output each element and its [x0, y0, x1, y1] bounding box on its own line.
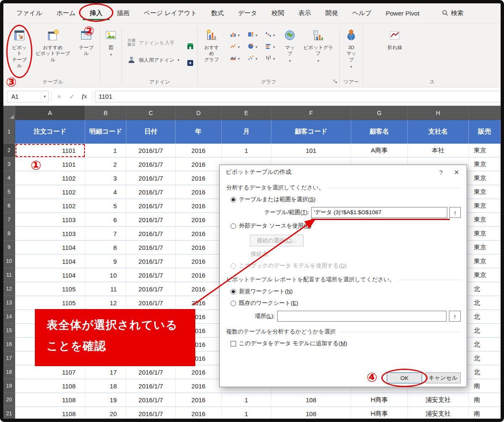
cell[interactable]: 1104: [15, 268, 85, 282]
cell[interactable]: 1105: [15, 296, 85, 310]
row-number[interactable]: 7: [3, 213, 15, 227]
cell[interactable]: 東京: [469, 185, 501, 199]
cell[interactable]: 2016/1/7: [126, 213, 176, 227]
cell[interactable]: 南: [469, 393, 501, 407]
column-header-G[interactable]: G: [351, 106, 408, 120]
cell[interactable]: 2016/1/7: [126, 185, 176, 199]
cell[interactable]: 北: [469, 310, 501, 324]
checkbox-add-to-data-model[interactable]: [231, 341, 236, 346]
select-all-corner[interactable]: [3, 106, 15, 120]
cell[interactable]: 東京: [469, 268, 501, 282]
choose-connection-button[interactable]: 接続の選択(C)...: [250, 235, 304, 246]
cell[interactable]: 2016: [176, 407, 222, 419]
cell[interactable]: 6: [85, 213, 126, 227]
cell[interactable]: 1: [222, 144, 271, 157]
3d-map-button[interactable]: 3D マップ ▾: [342, 25, 361, 78]
cell[interactable]: 2016: [176, 185, 222, 199]
enter-icon[interactable]: ✓: [67, 93, 77, 100]
cell[interactable]: 顧客コード: [271, 120, 351, 144]
cell[interactable]: 北: [469, 282, 501, 296]
cell[interactable]: 108: [271, 393, 351, 407]
treemap-chart-button[interactable]: ▾: [244, 31, 261, 39]
formula-input[interactable]: 1101: [95, 91, 501, 102]
column-chart-button[interactable]: ▾: [226, 31, 244, 39]
cell[interactable]: 1104: [15, 254, 85, 268]
insert-function-icon[interactable]: fx: [79, 93, 89, 100]
row-number[interactable]: 3: [3, 157, 15, 171]
cell[interactable]: 南: [469, 407, 501, 419]
cell[interactable]: 支社名: [408, 120, 469, 144]
column-header-B[interactable]: B: [85, 106, 126, 120]
cancel-icon[interactable]: ×: [54, 93, 64, 100]
cell[interactable]: 東京: [469, 227, 501, 241]
row-number[interactable]: 20: [3, 393, 15, 407]
cell[interactable]: 1: [85, 144, 126, 157]
pie-chart-button[interactable]: ▾: [244, 43, 261, 51]
help-button[interactable]: ?: [434, 166, 448, 178]
cell[interactable]: 5: [85, 199, 126, 213]
cell[interactable]: 1103: [15, 213, 85, 227]
cell[interactable]: 東京: [469, 144, 501, 157]
cell[interactable]: 2016/1/7: [126, 379, 176, 393]
cell[interactable]: H商事: [351, 407, 408, 419]
row-number[interactable]: 1: [3, 120, 15, 144]
column-header-partial[interactable]: [469, 106, 501, 120]
radio-existing-worksheet[interactable]: [231, 301, 236, 306]
cell[interactable]: 2016: [176, 379, 222, 393]
cell[interactable]: 北: [469, 365, 501, 379]
radio-external-source[interactable]: [231, 223, 236, 229]
cell[interactable]: 1102: [15, 171, 85, 185]
cell[interactable]: 1103: [15, 227, 85, 241]
ok-button[interactable]: OK: [387, 372, 422, 383]
radio-data-model[interactable]: [231, 263, 236, 269]
cell[interactable]: 10: [85, 268, 126, 282]
cell[interactable]: 7: [85, 227, 126, 241]
get-addins-button[interactable]: アドインを入手: [124, 37, 183, 50]
column-header-F[interactable]: F: [271, 106, 351, 120]
cell[interactable]: 2016/1/7: [126, 241, 176, 254]
bar-chart-button[interactable]: ▾: [261, 43, 279, 51]
row-number[interactable]: 12: [3, 282, 15, 296]
cell[interactable]: 1108: [15, 379, 85, 393]
maps-button[interactable]: マップ ▾: [281, 25, 299, 78]
cell[interactable]: 浦安支社: [408, 393, 469, 407]
cell[interactable]: 2016: [176, 393, 222, 407]
cell[interactable]: 3: [85, 171, 126, 185]
cell[interactable]: 12: [85, 296, 126, 310]
cell[interactable]: 2016: [176, 213, 222, 227]
cell[interactable]: 東京: [469, 241, 501, 254]
row-number[interactable]: 13: [3, 296, 15, 310]
table-range-input[interactable]: [311, 207, 447, 218]
cell[interactable]: 18: [85, 379, 126, 393]
cell[interactable]: 東京: [469, 157, 501, 171]
cell[interactable]: A商事: [351, 144, 408, 157]
scatter-chart-button[interactable]: ▾: [244, 55, 261, 63]
column-header-H[interactable]: H: [408, 106, 469, 120]
cell[interactable]: 2016/1/7: [126, 157, 176, 171]
cell[interactable]: H商事: [351, 393, 408, 407]
tab-ヘルプ[interactable]: ヘルプ: [345, 6, 378, 20]
cell[interactable]: 2016: [176, 296, 222, 310]
stock-chart-button[interactable]: ▾: [261, 55, 279, 63]
cell[interactable]: 1105: [15, 282, 85, 296]
area-chart-button[interactable]: ▾: [226, 55, 244, 63]
cell[interactable]: 2016/1/7: [126, 171, 176, 185]
personal-addins-button[interactable]: 個人用アドイン ▾: [124, 54, 183, 67]
row-number[interactable]: 10: [3, 254, 15, 268]
tab-Power Pivot[interactable]: Power Pivot: [379, 7, 427, 20]
pictures-button[interactable]: 図 ▾: [102, 25, 119, 78]
my-addins-icon[interactable]: [185, 58, 195, 68]
row-number[interactable]: 8: [3, 227, 15, 241]
cell[interactable]: 2016: [176, 157, 222, 171]
recommended-charts-button[interactable]: おすすめ グラフ: [200, 25, 223, 78]
tab-挿入[interactable]: 挿入: [83, 6, 110, 20]
cell[interactable]: 9: [85, 254, 126, 268]
recommended-pivottables-button[interactable]: おすすめ ピボットテーブル: [31, 25, 74, 78]
tab-校閲[interactable]: 校閲: [264, 6, 291, 20]
location-input[interactable]: [277, 311, 446, 322]
cell[interactable]: 108: [271, 407, 351, 419]
cell[interactable]: 2016: [176, 268, 222, 282]
pivot-table-button[interactable]: ピボット テーブル: [8, 25, 31, 78]
cell[interactable]: 2016/1/7: [126, 407, 176, 419]
cell[interactable]: 2016: [176, 282, 222, 296]
